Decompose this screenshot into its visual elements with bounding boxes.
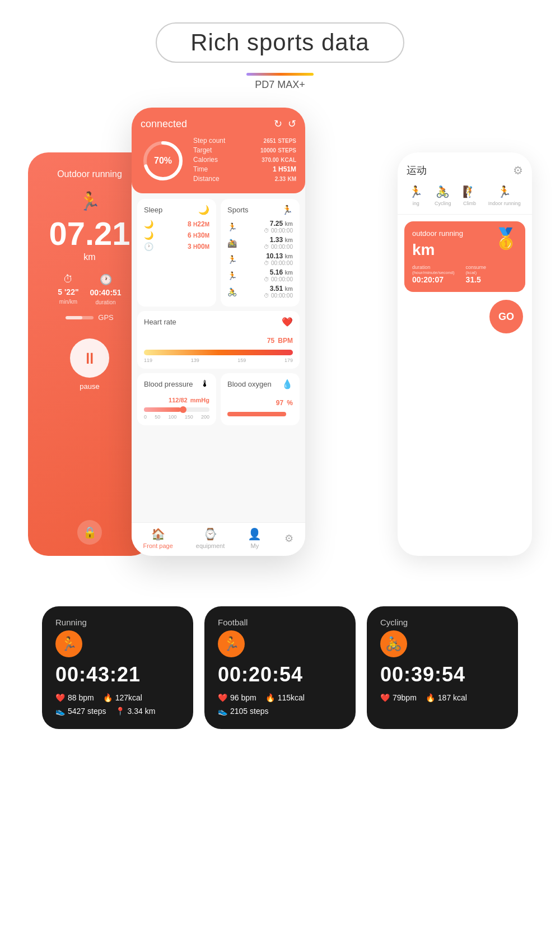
- time-value: 1 H51M: [273, 165, 296, 173]
- sports-icon: 🏃: [282, 205, 293, 215]
- phones-container: Outdoor running 🏃 07.21 km ⏱ 5 '22" min/…: [28, 108, 532, 567]
- act-cycling[interactable]: 🚴 Cycling: [435, 185, 451, 206]
- middle-phone: connected ↻ ↺ 70% Step count2651 STEPS T…: [132, 108, 305, 556]
- heart-emoji-2: ❤️: [218, 693, 227, 702]
- connected-icons: ↻ ↺: [274, 118, 296, 130]
- act-card-stats: duration (hour/minute/second) 00:20:07 c…: [412, 264, 517, 284]
- duration-sublabel: (hour/minute/second): [412, 270, 455, 275]
- bo-value: 97 %: [227, 394, 293, 409]
- hr-unit: BPM: [278, 337, 293, 345]
- act-indoor-label: Indoor running: [488, 201, 521, 206]
- home-icon: 🏠: [151, 527, 165, 541]
- distance-val: 2.33: [275, 176, 286, 182]
- wc-sport-cycling: Cycling: [380, 618, 505, 627]
- bo-title: Blood oxygen: [227, 380, 272, 388]
- settings-icon-small: ⚙: [284, 532, 293, 545]
- blood-oxygen-card: Blood oxygen 💧 97 %: [221, 373, 300, 425]
- timer-icon: ⏱: [63, 273, 73, 285]
- heart-emoji: ❤️: [55, 693, 65, 702]
- nav-my[interactable]: 👤 My: [248, 527, 262, 549]
- phone-content: Sleep 🌙 🌙 8 H22M 🌙 6 H30M 🕐 3 H00M: [132, 193, 305, 518]
- bp-fill: [144, 407, 181, 412]
- km-emoji: 📍: [115, 707, 125, 716]
- bp-title: Blood pressure: [144, 380, 193, 388]
- heart-emoji-3: ❤️: [380, 693, 390, 702]
- pause-label: pause: [80, 382, 99, 391]
- bp-icon: 🌡: [200, 379, 209, 389]
- gps-label: GPS: [98, 313, 113, 322]
- fire-emoji-2: 🔥: [265, 693, 275, 702]
- pause-button[interactable]: ⏸: [70, 338, 109, 378]
- go-btn-container: GO: [398, 292, 532, 333]
- wc-running-bpm: ❤️ 88 bpm: [55, 693, 94, 702]
- cards-grid: Sleep 🌙 🌙 8 H22M 🌙 6 H30M 🕐 3 H00M: [137, 199, 300, 307]
- consume-value: 31.5: [466, 275, 487, 284]
- wc-football-icon: 🏃: [223, 636, 240, 652]
- pace-stat: ⏱ 5 '22" min/km: [58, 273, 78, 305]
- cycling-bpm-val: 79bpm: [393, 693, 417, 702]
- steps-emoji-2: 👟: [218, 707, 227, 716]
- watch-icon: ⌚: [203, 527, 217, 541]
- duration-time: 00:20:07: [412, 275, 455, 284]
- nav-front-page[interactable]: 🏠 Front page: [143, 527, 173, 549]
- circle-progress: 70%: [141, 138, 185, 183]
- gear-icon[interactable]: ⚙: [513, 164, 523, 177]
- wc-cycling-bpm: ❤️ 79bpm: [380, 693, 417, 702]
- running-kcal-val: 127kcal: [115, 693, 142, 702]
- fire-emoji: 🔥: [103, 693, 113, 702]
- duration-label: duration: [96, 299, 116, 305]
- sleep-item-3: 🕐 3 H00M: [144, 242, 209, 251]
- wc-football-kcal: 🔥 115kcal: [265, 693, 305, 702]
- go-label: GO: [498, 311, 514, 323]
- wc-running-icon-circle: 🏃: [55, 630, 82, 657]
- bp-scale: 050100150200: [144, 414, 209, 420]
- wc-sport-running: Running: [55, 618, 180, 627]
- sport-item-3: 🏃 10.13 km ⏱ 00:00:00: [227, 252, 293, 266]
- target-unit: STEPS: [278, 147, 296, 154]
- refresh-icon[interactable]: ↻: [274, 118, 282, 130]
- running-bpm-val: 88 bpm: [68, 693, 94, 702]
- consume-sublabel: (kcal): [466, 270, 487, 275]
- lock-icon: 🔒: [77, 520, 102, 545]
- duration-label: duration: [412, 264, 455, 270]
- sport-item-2: 🚵 1.33 km ⏱ 00:00:00: [227, 236, 293, 250]
- hr-title: Heart rate: [144, 318, 176, 326]
- consume-label: consume: [466, 264, 487, 270]
- wc-football-icon-circle: 🏃: [218, 630, 245, 657]
- page-title: Rich sports data: [190, 29, 369, 56]
- act-running[interactable]: 🏃 ing: [409, 185, 423, 206]
- wc-cycling-time: 00:39:54: [380, 663, 505, 686]
- act-indoor[interactable]: 🏃 Indoor running: [488, 185, 521, 206]
- watch-cards: Running 🏃 00:43:21 ❤️ 88 bpm 🔥 127kcal 👟…: [42, 606, 518, 729]
- cycling-act-icon: 🚴: [436, 185, 450, 198]
- nav-equipment-label: equipment: [196, 542, 225, 549]
- step-count: 2651: [264, 138, 276, 144]
- bp-dot: [180, 406, 186, 413]
- sync-icon[interactable]: ↺: [288, 118, 296, 130]
- running-steps-val: 5427 steps: [68, 707, 106, 716]
- distance-unit: km: [83, 252, 95, 262]
- nav-equipment[interactable]: ⌚ equipment: [196, 527, 225, 549]
- football-kcal-val: 115kcal: [278, 693, 305, 702]
- sports-title: Sports: [227, 206, 249, 214]
- act-running-label: ing: [413, 201, 419, 206]
- stats-list: Step count2651 STEPS Target10000 STEPS C…: [193, 137, 296, 184]
- wc-running-extra: 👟 5427 steps 📍 3.34 km: [55, 707, 180, 716]
- activity-icons-row: 🏃 ing 🚴 Cycling 🧗 Climb 🏃 Indoor running: [398, 185, 532, 215]
- wc-football-bpm: ❤️ 96 bpm: [218, 693, 256, 702]
- consume-stat-card: consume (kcal) 31.5: [466, 264, 487, 284]
- sleep-card: Sleep 🌙 🌙 8 H22M 🌙 6 H30M 🕐 3 H00M: [137, 199, 216, 307]
- connected-header: connected ↻ ↺: [141, 118, 296, 130]
- sport-item-4: 🏃 5.16 km ⏱ 00:00:00: [227, 268, 293, 282]
- act-climb[interactable]: 🧗 Climb: [463, 185, 477, 206]
- bo-icon: 💧: [282, 379, 293, 389]
- sleep-duration-2: 6 H30M: [188, 231, 209, 239]
- wc-running-km: 📍 3.34 km: [115, 707, 156, 716]
- go-button[interactable]: GO: [489, 300, 523, 333]
- hr-bar: [144, 350, 293, 355]
- hr-scale: 119139159179: [144, 358, 293, 363]
- wc-cycling-kcal: 🔥 187 kcal: [426, 693, 467, 702]
- act-cycling-label: Cycling: [435, 201, 451, 206]
- sleep-item-1: 🌙 8 H22M: [144, 220, 209, 229]
- connected-body: 70% Step count2651 STEPS Target10000 STE…: [141, 137, 296, 184]
